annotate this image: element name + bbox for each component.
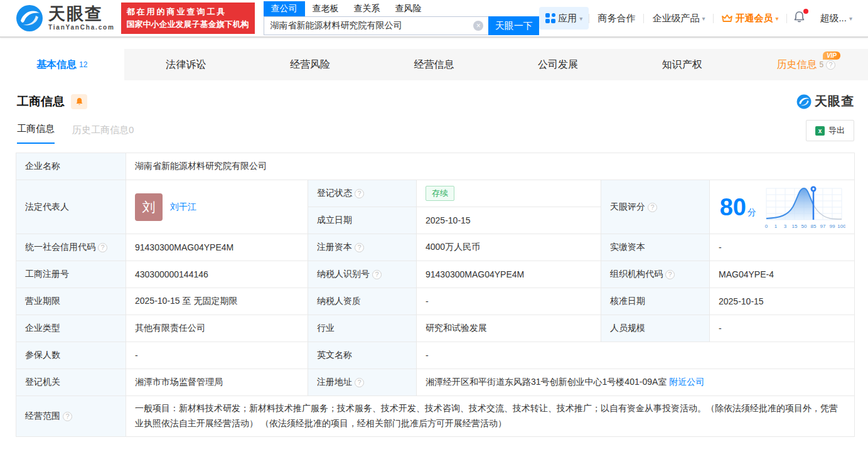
reg-capital-label: 注册资本 (317, 242, 352, 252)
tianyancha-logo[interactable]: 天眼查 TianYanCha.com (16, 4, 115, 32)
brand-slogan: 都在用的商业查询工具 国家中小企业发展子基金旗下机构 (121, 3, 255, 34)
table-row: 统一社会信用代码? 91430300MAG04YPE4M 注册资本? 4000万… (16, 234, 855, 261)
subtab-business-info-label: 工商信息 (17, 123, 55, 134)
vip-badge: VIP (823, 51, 840, 60)
tab-legal-cases[interactable]: 法律诉讼 (124, 49, 249, 80)
subtab-history-business-info[interactable]: 历史工商信息0 (72, 124, 134, 144)
score-distribution-chart: 0 1 3 15 50 85 97 99 100 (763, 183, 845, 231)
notification-dot (803, 9, 808, 14)
nav-apps[interactable]: 应用 ▾ (539, 7, 589, 30)
nav-vip-label: 开通会员 (735, 13, 773, 24)
help-icon[interactable]: ? (826, 60, 835, 70)
reg-status-value-cell: 存续 (417, 180, 601, 207)
search-tab-relation[interactable]: 查关系 (346, 1, 388, 16)
help-icon[interactable]: ? (63, 412, 72, 421)
logo-text: 天眼查 TianYanCha.com (48, 6, 115, 31)
score-text: 80分 (720, 195, 756, 219)
export-label: 导出 (828, 125, 845, 136)
help-icon[interactable]: ? (648, 203, 657, 212)
svg-text:85: 85 (811, 223, 817, 229)
tianyancha-logo-icon (796, 94, 812, 109)
tab-basic-info[interactable]: 基本信息 12 (0, 49, 124, 80)
score-unit: 分 (747, 207, 756, 217)
subtab-business-info[interactable]: 工商信息 (17, 123, 55, 144)
search-tabs: 查公司 查老板 查关系 查风险 (264, 1, 540, 16)
english-name-label: 英文名称 (308, 342, 417, 369)
chevron-down-icon: ▾ (702, 15, 705, 22)
company-name-value: 湖南省新能源材料研究院有限公司 (126, 153, 855, 180)
svg-text:15: 15 (792, 223, 798, 229)
nav-account[interactable]: 超级... ▾ (812, 7, 860, 30)
logo-cn: 天眼查 (48, 6, 115, 23)
help-icon[interactable]: ? (665, 270, 675, 279)
subtab-history-label: 历史工商信息 (72, 124, 129, 135)
help-icon[interactable]: ? (98, 243, 107, 252)
table-row: 法定代表人 刘 刘干江 登记状态? 存续 天眼评分? 80分 (16, 180, 855, 207)
table-row: 登记机关 湘潭市市场监督管理局 注册地址? 湘潭经开区和平街道东风路31号创新创… (16, 369, 855, 396)
reg-capital-label-cell: 注册资本? (308, 234, 417, 261)
help-icon[interactable]: ? (355, 378, 364, 387)
tab-operation-risk[interactable]: 经营风险 (248, 49, 372, 80)
nav-open-vip[interactable]: 开通会员 ▾ (714, 7, 786, 30)
nav-business-coop[interactable]: 商务合作 (589, 7, 643, 30)
business-scope-label: 经营范围 (25, 411, 60, 421)
search-box: × 天眼一下 (264, 16, 540, 35)
help-icon[interactable]: ? (355, 189, 364, 198)
section-title: 工商信息 (17, 94, 65, 110)
search-tab-boss[interactable]: 查老板 (305, 1, 346, 16)
legal-rep-link[interactable]: 刘干江 (170, 202, 196, 213)
svg-text:3: 3 (784, 223, 787, 229)
nearby-companies-link[interactable]: 附近公司 (669, 377, 704, 387)
taxpayer-id-label-cell: 纳税人识别号? (308, 261, 417, 288)
search-tab-company[interactable]: 查公司 (264, 1, 305, 16)
score-cell: 80分 (710, 180, 855, 234)
chevron-down-icon: ▾ (579, 15, 582, 22)
nav-enterprise-products[interactable]: 企业级产品 ▾ (644, 7, 713, 30)
reg-capital-value: 4000万人民币 (417, 234, 601, 261)
tab-intellectual-property[interactable]: 知识产权 (620, 49, 744, 80)
nav-notifications[interactable] (787, 11, 812, 26)
business-info-table: 企业名称 湖南省新能源材料研究院有限公司 法定代表人 刘 刘干江 登记状态? 存… (16, 153, 855, 437)
tab-basic-info-label: 基本信息 (36, 58, 77, 72)
tab-operation-info[interactable]: 经营信息 (372, 49, 496, 80)
legal-rep-cell: 刘 刘干江 (126, 180, 308, 234)
reg-status-label: 登记状态 (317, 188, 352, 198)
svg-text:97: 97 (820, 223, 826, 229)
reg-status-label-cell: 登记状态? (308, 180, 417, 207)
help-icon[interactable]: ? (372, 270, 382, 279)
uscc-value: 91430300MAG04YPE4M (126, 234, 308, 261)
export-button[interactable]: x 导出 (806, 120, 854, 141)
tianyancha-logo-icon (16, 4, 43, 32)
uscc-label: 统一社会信用代码 (25, 242, 95, 252)
subscribe-bell-badge[interactable] (71, 94, 87, 109)
avatar[interactable]: 刘 (135, 193, 163, 221)
taxpayer-quality-value: - (417, 288, 601, 315)
tab-company-development[interactable]: 公司发展 (496, 49, 620, 80)
search-tab-risk[interactable]: 查风险 (388, 1, 429, 16)
insured-value: - (126, 342, 308, 369)
search-button[interactable]: 天眼一下 (488, 16, 539, 35)
chart-axis-labels: 0 1 3 15 50 85 97 99 100 (765, 223, 845, 229)
org-code-label-cell: 组织机构代码? (601, 261, 710, 288)
company-type-value: 其他有限责任公司 (126, 315, 308, 342)
tab-company-development-label: 公司发展 (538, 58, 578, 72)
tab-legal-cases-label: 法律诉讼 (166, 58, 206, 72)
table-row: 经营范围? 一般项目：新材料技术研发；新材料技术推广服务；技术服务、技术开发、技… (16, 396, 855, 437)
table-row: 营业期限 2025-10-15 至 无固定期限 纳税人资质 - 核准日期 202… (16, 288, 855, 315)
search-input[interactable] (264, 17, 489, 35)
table-row: 企业类型 其他有限责任公司 行业 研究和试验发展 人员规模 - (16, 315, 855, 342)
company-page-tabs: 基本信息 12 法律诉讼 经营风险 经营信息 公司发展 知识产权 VIP 历史信… (0, 49, 868, 80)
chevron-down-icon: ▾ (849, 15, 852, 22)
address-value-cell: 湘潭经开区和平街道东风路31号创新创业中心1号楼401-09A室 附近公司 (417, 369, 855, 396)
slogan-line1: 都在用的商业查询工具 (127, 6, 249, 18)
top-nav: 应用 ▾ 商务合作 企业级产品 ▾ 开通会员 ▾ 超 (539, 7, 860, 30)
tab-history-info[interactable]: VIP 历史信息 5 ? (744, 49, 868, 80)
search-input-wrap: × (264, 16, 489, 35)
score-label: 天眼评分 (610, 202, 645, 212)
tianyancha-watermark: 天眼查 (796, 93, 854, 110)
score-marker-pin-center (812, 188, 814, 190)
svg-text:0: 0 (765, 223, 768, 229)
help-icon[interactable]: ? (355, 243, 364, 252)
tab-history-info-label: 历史信息 (776, 58, 817, 72)
paid-capital-label: 实缴资本 (601, 234, 710, 261)
